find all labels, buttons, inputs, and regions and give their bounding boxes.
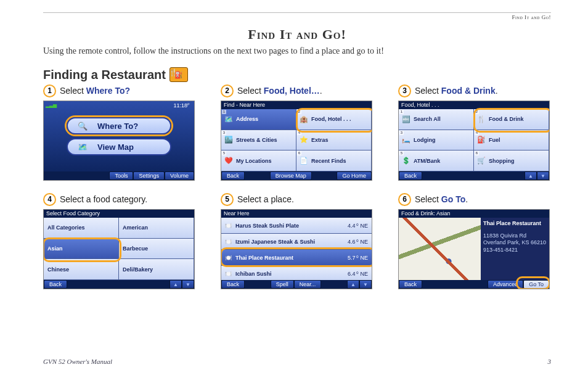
lodging-item[interactable]: 3🛏️Lodging (399, 130, 474, 151)
food-drink-item[interactable]: 2🍴Food & Drink (474, 109, 549, 130)
extras-item[interactable]: 4⭐Extras (296, 130, 372, 151)
scroll-down-button[interactable]: ▼ (359, 280, 372, 289)
hotel-icon: 🏨 (299, 115, 309, 123)
device-screenshot: Food & Drink: Asian Thai Place Restauran… (398, 209, 550, 289)
recent-icon: 📄 (299, 157, 309, 165)
device-screenshot: Food, Hotel . . . 1🔤Search All 2🍴Food & … (398, 101, 550, 181)
food-cat-item[interactable]: American (119, 218, 194, 239)
settings-button[interactable]: Settings (133, 171, 165, 180)
clock: 11:18ᴾ (173, 102, 189, 109)
magnifier-icon: 🔍 (74, 122, 91, 131)
place-row[interactable]: 🍽️Izumi Japanese Steak & Sushi4.6⁰ NE (221, 234, 372, 250)
streets-item[interactable]: 3🏙️Streets & Cities (221, 130, 296, 151)
food-cat-item[interactable]: All Categories (44, 218, 119, 239)
food-gas-icon: ⛽ (169, 67, 188, 82)
step-text: Select Where To? (60, 86, 130, 96)
shopping-item[interactable]: 6🛒Shopping (474, 150, 549, 171)
step-text: Select Food & Drink. (415, 86, 498, 96)
view-map-button[interactable]: 🗺️ View Map (67, 138, 171, 155)
scroll-up-button[interactable]: ▲ (169, 280, 182, 289)
browse-map-button[interactable]: Browse Map (270, 171, 312, 180)
place-name: Thai Place Restaurant (483, 220, 547, 228)
screen-header: Select Food Category (44, 210, 194, 218)
map-icon: 🗺️ (74, 142, 91, 152)
step-number: 4 (43, 193, 56, 206)
screen-header: Food, Hotel . . . (399, 101, 549, 110)
step-cell: 5 Select a place. Near Here 🍽️Harus Stea… (221, 193, 372, 289)
step-number: 3 (398, 84, 411, 97)
intro-paragraph: Using the remote control, follow the ins… (43, 46, 551, 56)
back-button[interactable]: Back (399, 171, 422, 180)
search-all-item[interactable]: 1🔤Search All (399, 109, 474, 130)
my-locations-item[interactable]: 5❤️My Locations (221, 150, 296, 171)
fuel-item[interactable]: 4⛽Fuel (474, 130, 549, 151)
steps-grid: 1 Select Where To? ▂▃▅ 11:18ᴾ 🔍 Where To… (43, 84, 551, 289)
device-screenshot: ▂▃▅ 11:18ᴾ 🔍 Where To? 🗺️ View Map Tools… (43, 101, 195, 181)
step-number: 1 (43, 84, 56, 97)
go-home-button[interactable]: Go Home (337, 171, 372, 180)
page-title: Find It and Go! (43, 27, 551, 43)
screen-header: Near Here (221, 210, 372, 218)
place-row[interactable]: 🍽️Harus Steak Sushi Plate4.4⁰ NE (221, 218, 372, 234)
device-screenshot: Find - Near Here 1🗺️Address 2🏨Food, Hote… (221, 101, 372, 181)
address-icon: 🗺️ (224, 115, 234, 123)
back-button[interactable]: Back (221, 171, 245, 180)
screen-header: Food & Drink: Asian (399, 210, 549, 218)
step-number: 6 (398, 193, 411, 206)
food-cat-item[interactable]: Asian (44, 239, 119, 260)
food-icon: 🍽️ (225, 271, 232, 277)
near-button[interactable]: Near... (294, 280, 322, 289)
food-icon: 🍽️ (225, 255, 232, 261)
atm-bank-item[interactable]: 5💲ATM/Bank (399, 150, 474, 171)
screen-header: Find - Near Here (221, 101, 372, 110)
spell-button[interactable]: Spell (271, 280, 294, 289)
running-head: Find It and Go! (43, 14, 551, 20)
address-item[interactable]: 1🗺️Address (221, 109, 296, 130)
go-to-button[interactable]: Go To (523, 280, 549, 289)
device-screenshot: Near Here 🍽️Harus Steak Sushi Plate4.4⁰ … (221, 209, 372, 289)
food-cat-item[interactable]: Chinese (44, 259, 119, 280)
recent-finds-item[interactable]: 6📄Recent Finds (296, 150, 372, 171)
star-icon: ⭐ (299, 136, 309, 144)
section-heading: Finding a Restaurant (43, 68, 166, 82)
step-text: Select a food category. (60, 194, 147, 204)
bed-icon: 🛏️ (401, 136, 411, 144)
step-number: 5 (221, 193, 234, 206)
advanced-button[interactable]: Advanced (488, 280, 523, 289)
food-cat-item[interactable]: Deli/Bakery (119, 259, 194, 280)
tools-button[interactable]: Tools (109, 171, 133, 180)
abc-icon: 🔤 (401, 115, 411, 123)
where-to-button[interactable]: 🔍 Where To? (67, 117, 171, 134)
back-button[interactable]: Back (44, 280, 67, 289)
place-address-line: 11838 Quivira Rd (483, 233, 547, 240)
volume-button[interactable]: Volume (165, 171, 194, 180)
food-icon: 🍽️ (225, 239, 232, 245)
back-button[interactable]: Back (221, 280, 245, 289)
step-number: 2 (221, 84, 234, 97)
step-cell: 4 Select a food category. Select Food Ca… (43, 193, 195, 289)
food-hotel-item[interactable]: 2🏨Food, Hotel . . . (296, 109, 372, 130)
scroll-up-button[interactable]: ▲ (525, 171, 537, 180)
scroll-down-button[interactable]: ▼ (182, 280, 194, 289)
step-cell: 3 Select Food & Drink. Food, Hotel . . .… (398, 84, 550, 181)
step-text: Select Go To. (415, 194, 468, 204)
step-text: Select Food, Hotel…. (237, 86, 322, 96)
footer-page-number: 3 (548, 358, 552, 365)
place-details: Thai Place Restaurant 11838 Quivira Rd O… (481, 218, 549, 280)
back-button[interactable]: Back (399, 280, 422, 289)
scroll-up-button[interactable]: ▲ (347, 280, 359, 289)
map-preview[interactable] (399, 218, 482, 280)
footer-manual-name: GVN 52 Owner's Manual (43, 358, 112, 365)
scroll-down-button[interactable]: ▼ (537, 171, 549, 180)
step-cell: 6 Select Go To. Food & Drink: Asian Thai… (398, 193, 550, 289)
dollar-icon: 💲 (401, 157, 411, 165)
place-row[interactable]: 🍽️Thai Place Restaurant5.7⁰ NE (221, 250, 372, 266)
fork-knife-icon: 🍴 (476, 115, 486, 123)
step-text: Select a place. (237, 194, 294, 204)
city-icon: 🏙️ (224, 136, 234, 144)
signal-icon: ▂▃▅ (46, 102, 57, 108)
food-cat-item[interactable]: Barbecue (119, 239, 194, 260)
place-phone: 913-451-8421 (483, 247, 547, 254)
device-screenshot: Select Food Category All Categories Amer… (43, 209, 195, 289)
place-address-line: Overland Park, KS 66210 (483, 239, 547, 247)
